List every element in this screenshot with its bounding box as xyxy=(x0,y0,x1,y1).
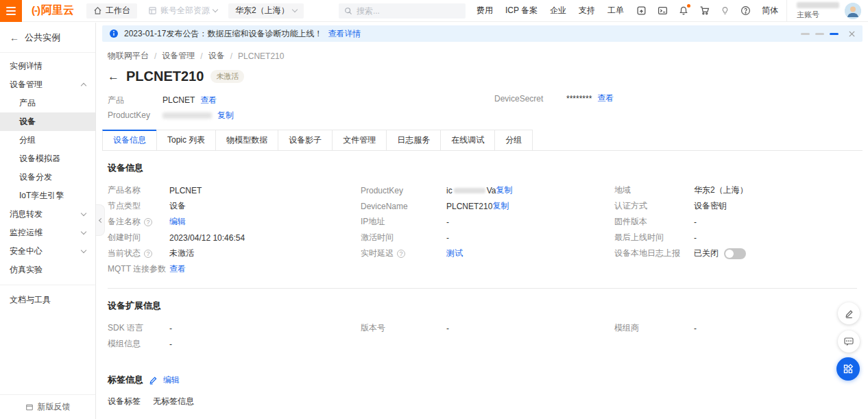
devicesecret-value: ******** xyxy=(566,94,592,104)
productkey-copy-link[interactable]: 复制 xyxy=(496,184,512,196)
node-type-value: 设备 xyxy=(169,200,186,212)
cloudshell-icon[interactable] xyxy=(658,5,668,16)
sidebar-item-docs-tools[interactable]: 文档与工具 xyxy=(0,291,95,309)
mqtt-params-view-link[interactable]: 查看 xyxy=(169,263,186,275)
announcement-text: 2023-01-17发布公告：数据压缩和设备诊断功能上线！ xyxy=(124,28,322,40)
section-divider xyxy=(108,288,857,289)
sidebar-item-security-center[interactable]: 安全中心 xyxy=(0,242,95,261)
resources-icon xyxy=(148,6,157,15)
devicesecret-view-link[interactable]: 查看 xyxy=(597,93,614,104)
hamburger-menu-icon[interactable] xyxy=(0,0,22,22)
sidebar-item-device-distribution[interactable]: 设备分发 xyxy=(0,168,95,187)
header-icons xyxy=(636,5,751,16)
latency-test-link[interactable]: 测试 xyxy=(446,248,463,259)
module-info-label: 模组信息 xyxy=(108,338,141,350)
tab-tsl-data[interactable]: 物模型数据 xyxy=(215,130,278,150)
local-log-value: 已关闭 xyxy=(694,248,719,259)
devicename-copy-link[interactable]: 复制 xyxy=(492,200,509,212)
sidebar-item-instance-detail[interactable]: 实例详情 xyxy=(0,57,95,75)
app-icon[interactable] xyxy=(636,5,647,16)
device-ext-section: 设备扩展信息 SDK 语言- 模组信息- 版本号- 模组商- xyxy=(108,300,857,353)
announcement-page-dot[interactable] xyxy=(801,33,810,35)
back-button[interactable]: ← xyxy=(108,71,119,82)
sidebar-item-device-simulator[interactable]: 设备模拟器 xyxy=(0,149,95,168)
tab-groups[interactable]: 分组 xyxy=(494,130,533,150)
breadcrumb-iot-platform[interactable]: 物联网平台 xyxy=(108,50,149,62)
tab-log-service[interactable]: 日志服务 xyxy=(386,130,441,150)
chat-bubble-icon xyxy=(843,336,854,347)
nav-link-enterprise[interactable]: 企业 xyxy=(550,5,566,16)
aliyun-logo[interactable]: (-) 阿里云 xyxy=(32,3,74,18)
devicename-value: PLCNET210 xyxy=(446,202,492,211)
feedback-button[interactable]: 新版反馈 xyxy=(0,394,95,419)
announcement-page-dot-active[interactable] xyxy=(830,33,839,35)
announcement-page-dot[interactable] xyxy=(815,33,824,35)
tags-edit-link[interactable]: 编辑 xyxy=(163,374,180,386)
nav-link-icp[interactable]: ICP 备案 xyxy=(505,5,538,16)
sidebar-item-simulation-lab[interactable]: 仿真实验 xyxy=(0,261,95,279)
sidebar: ← 公共实例 实例详情 设备管理 产品 设备 分组 设备模拟器 设备分发 IoT… xyxy=(0,23,96,419)
sidebar-item-device-management[interactable]: 设备管理 xyxy=(0,75,95,94)
chevron-down-icon xyxy=(81,229,86,235)
productkey-redacted xyxy=(454,188,485,193)
breadcrumb-device-management[interactable]: 设备管理 xyxy=(162,50,195,62)
chevron-down-icon xyxy=(213,7,218,12)
breadcrumb-devices[interactable]: 设备 xyxy=(208,50,225,62)
product-label: 产品 xyxy=(108,95,162,106)
nav-link-billing[interactable]: 费用 xyxy=(477,5,493,16)
sidebar-item-devices[interactable]: 设备 xyxy=(0,112,95,131)
local-log-toggle[interactable] xyxy=(724,248,746,259)
language-selector[interactable]: 简体 xyxy=(762,5,778,16)
support-chat-button[interactable] xyxy=(838,331,860,352)
region-selector[interactable]: 华东2（上海） xyxy=(228,3,304,19)
search-input[interactable] xyxy=(357,6,460,16)
productkey-copy-link[interactable]: 复制 xyxy=(217,110,234,121)
notifications-bell-icon[interactable] xyxy=(679,5,688,16)
product-view-link[interactable]: 查看 xyxy=(200,95,217,106)
sidebar-item-groups[interactable]: 分组 xyxy=(0,131,95,149)
nav-link-support[interactable]: 支持 xyxy=(579,5,595,16)
sidebar-item-products[interactable]: 产品 xyxy=(0,94,95,112)
tab-file-management[interactable]: 文件管理 xyxy=(332,130,387,150)
feedback-icon xyxy=(25,403,34,411)
lightbulb-icon[interactable] xyxy=(721,5,730,16)
sidebar-item-monitoring-ops[interactable]: 监控运维 xyxy=(0,224,95,242)
announcement-detail-link[interactable]: 查看详情 xyxy=(328,28,361,40)
breadcrumb-current: PLCNET210 xyxy=(238,51,284,61)
account-resources-dropdown[interactable]: 账号全部资源 xyxy=(148,5,217,16)
sidebar-item-iot-twin-engine[interactable]: IoT孪生引擎 xyxy=(0,187,95,205)
version-value: - xyxy=(446,324,449,333)
announcement-close-icon[interactable] xyxy=(848,30,856,38)
remark-edit-link[interactable]: 编辑 xyxy=(169,216,186,228)
local-log-label: 设备本地日志上报 xyxy=(614,248,680,259)
account-name-redacted xyxy=(797,2,839,8)
sidebar-collapse-handle[interactable] xyxy=(96,204,105,236)
productkey-suffix: Va xyxy=(487,186,496,195)
last-online-label: 最后上线时间 xyxy=(614,232,664,243)
tab-device-shadow[interactable]: 设备影子 xyxy=(278,130,333,150)
workbench-button[interactable]: 工作台 xyxy=(86,3,137,19)
help-icon[interactable]: ? xyxy=(144,250,152,258)
ip-address-value: - xyxy=(446,217,449,227)
ip-address-label: IP地址 xyxy=(361,216,385,228)
firmware-version-label: 固件版本 xyxy=(614,216,647,228)
tab-online-debug[interactable]: 在线调试 xyxy=(440,130,495,150)
avatar xyxy=(845,3,861,19)
help-icon[interactable]: ? xyxy=(144,218,152,226)
chevron-down-icon xyxy=(81,248,86,253)
tab-topic-list[interactable]: Topic 列表 xyxy=(156,130,216,150)
device-summary: 产品 PLCNET 查看 DeviceSecret ******** 查看 Pr… xyxy=(108,93,857,123)
help-circle-icon[interactable] xyxy=(740,5,751,16)
tab-device-info[interactable]: 设备信息 xyxy=(102,130,157,150)
module-info-value: - xyxy=(169,339,172,349)
sidebar-item-message-forwarding[interactable]: 消息转发 xyxy=(0,205,95,224)
help-icon[interactable]: ? xyxy=(397,250,405,258)
account-menu[interactable]: 主账号 xyxy=(786,0,868,22)
cart-icon[interactable] xyxy=(699,5,710,16)
productkey-label: ProductKey xyxy=(108,110,162,120)
feedback-pencil-button[interactable] xyxy=(838,302,860,324)
product-name-label: 产品名称 xyxy=(108,184,141,196)
quick-apps-button[interactable] xyxy=(836,357,860,381)
back-to-public-instance[interactable]: ← 公共实例 xyxy=(0,23,95,53)
nav-link-tickets[interactable]: 工单 xyxy=(607,5,624,16)
